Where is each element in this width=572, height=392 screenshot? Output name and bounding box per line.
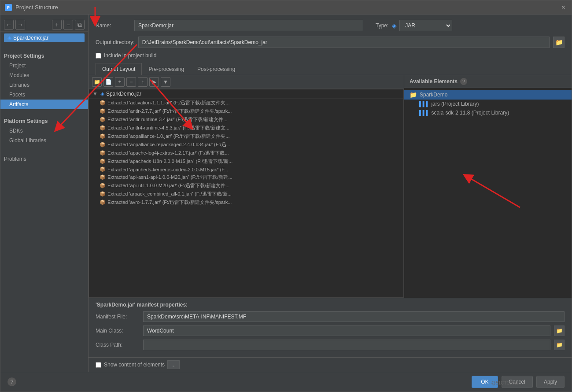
sidebar-item-artifacts[interactable]: Artifacts	[0, 100, 88, 109]
apply-button[interactable]: Apply	[536, 376, 565, 388]
jar-file-icon: 📦	[100, 200, 106, 205]
artifact-name: SparkDemo:jar	[13, 35, 48, 41]
close-button[interactable]: ×	[560, 4, 567, 11]
show-content-label: Show content of elements	[104, 362, 165, 368]
tree-item-label: Extracted 'antlr4-runtime-4.5.3.jar/' (F…	[107, 125, 229, 131]
tree-item-label: Extracted 'activation-1.1.1.jar/' (F:/迅雷…	[107, 100, 229, 106]
project-settings-header: Project Settings	[0, 49, 88, 61]
output-dir-folder-button[interactable]: 📁	[553, 37, 565, 48]
manifest-main-class-folder-button[interactable]: 📁	[554, 325, 565, 336]
manifest-class-path-label: Class Path:	[96, 342, 140, 348]
selected-artifact-item[interactable]: ◈ SparkDemo:jar	[4, 33, 85, 42]
add-artifact-button[interactable]: +	[52, 20, 62, 30]
manifest-main-class-input[interactable]	[143, 325, 550, 336]
output-dir-row: Output directory: 📁	[89, 35, 572, 50]
sidebar-item-problems[interactable]: Problems	[0, 154, 88, 164]
layout-remove-button[interactable]: −	[126, 77, 136, 87]
show-content-dots-button[interactable]: ...	[167, 360, 180, 369]
project-folder-icon: 📁	[410, 91, 417, 98]
output-layout-panel: 📁 📄 + − ↑ ▶ ▼ ▼ ◈ SparkDemo.jar	[89, 75, 572, 298]
tree-item[interactable]: 📦 Extracted 'antlr4-runtime-4.5.3.jar/' …	[89, 124, 403, 132]
nav-back-button[interactable]: ←	[4, 20, 14, 30]
sidebar-item-global-libraries[interactable]: Global Libraries	[0, 136, 88, 145]
tree-item[interactable]: 📦 Extracted 'antlr-runtime-3.4.jar/' (F:…	[89, 115, 403, 124]
include-build-row: Include in project build	[89, 50, 572, 61]
tree-item[interactable]: 📦 Extracted 'apacheds-i18n-2.0.0-M15.jar…	[89, 157, 403, 166]
sidebar-item-facets[interactable]: Facets	[0, 90, 88, 100]
tree-item[interactable]: 📦 Extracted 'api-asn1-api-1.0.0-M20.jar/…	[89, 173, 403, 181]
tree-item-label: Extracted 'api-util-1.0.0-M20.jar/' (F:/…	[107, 182, 229, 189]
layout-tree[interactable]: ▼ ◈ SparkDemo.jar 📦 Extracted 'activatio…	[89, 89, 404, 298]
tree-item[interactable]: 📦 Extracted 'aopalliance-repackaged-2.4.…	[89, 141, 403, 149]
type-label: Type:	[376, 22, 388, 29]
tree-item[interactable]: 📦 Extracted 'activation-1.1.1.jar/' (F:/…	[89, 99, 403, 107]
avail-root-item[interactable]: 📁 SparkDemo	[404, 90, 572, 100]
output-left-pane: 📁 📄 + − ↑ ▶ ▼ ▼ ◈ SparkDemo.jar	[89, 75, 404, 298]
type-select[interactable]: JAR	[399, 20, 452, 31]
avail-root-label: SparkDemo	[420, 92, 447, 98]
available-elements-help-button[interactable]: ?	[460, 78, 467, 85]
manifest-class-path-folder-button[interactable]: 📁	[554, 340, 565, 350]
jar-file-icon: 📦	[100, 108, 106, 114]
layout-toolbar: 📁 📄 + − ↑ ▶ ▼	[89, 75, 404, 89]
name-row: Name: Type: ◈ JAR	[89, 15, 572, 35]
sidebar-item-modules[interactable]: Modules	[0, 70, 88, 80]
layout-expand-button[interactable]: ▶	[149, 77, 159, 87]
tree-item[interactable]: 📦 Extracted 'aopalliance-1.0.jar/' (F:/迅…	[89, 132, 403, 141]
sidebar-item-sdks[interactable]: SDKs	[0, 126, 88, 136]
layout-collapse-button[interactable]: ▼	[161, 77, 170, 87]
jar-file-icon: 📦	[100, 166, 106, 172]
tree-item[interactable]: 📦 Extracted 'api-util-1.0.0-M20.jar/' (F…	[89, 181, 403, 190]
title-bar: P Project Structure ×	[0, 0, 572, 15]
output-dir-input[interactable]	[138, 37, 550, 48]
jar-file-icon: 📦	[100, 159, 106, 164]
tree-root-jar-icon: ◈	[100, 91, 104, 97]
manifest-file-input[interactable]	[143, 311, 565, 322]
tree-item[interactable]: 📦 Extracted 'apacheds-kerberos-codec-2.0…	[89, 166, 403, 173]
type-select-row: ◈ JAR	[392, 20, 452, 31]
include-build-checkbox[interactable]	[96, 53, 101, 59]
show-content-checkbox[interactable]	[96, 362, 101, 368]
jar-file-icon: 📦	[100, 125, 106, 131]
name-label: Name:	[96, 22, 131, 29]
jar-file-icon: 📦	[100, 117, 106, 122]
layout-add-folder-button[interactable]: 📁	[92, 77, 102, 87]
tree-root-item[interactable]: ▼ ◈ SparkDemo.jar	[89, 89, 403, 99]
bottom-bar: ? OK Cancel Apply	[0, 372, 572, 392]
show-content-row: Show content of elements ...	[89, 357, 572, 372]
tree-item-label: Extracted 'apacheds-i18n-2.0.0-M15.jar/'…	[107, 158, 232, 165]
watermark: @51CTO博客	[491, 380, 519, 386]
copy-artifact-button[interactable]: ⧉	[75, 20, 85, 30]
tab-pre-processing[interactable]: Pre-processing	[142, 63, 191, 75]
tree-item[interactable]: 📦 Extracted 'avro-1.7.7.jar/' (F:/迅雷下载/新…	[89, 198, 403, 207]
tree-item-label: Extracted 'arpack_combined_all-0.1.jar/'…	[107, 191, 232, 197]
sidebar-item-project[interactable]: Project	[0, 61, 88, 70]
lib-bar-icon2: ▐▐▐	[417, 110, 428, 115]
platform-settings-header: Platform Settings	[0, 115, 88, 126]
tab-post-processing[interactable]: Post-processing	[191, 63, 242, 75]
help-button[interactable]: ?	[7, 377, 16, 386]
tree-item[interactable]: 📦 Extracted 'antlr-2.7.7.jar/' (F:/迅雷下载/…	[89, 107, 403, 115]
tree-chevron-icon: ▼	[92, 91, 98, 97]
layout-add-file-button[interactable]: 📄	[103, 77, 113, 87]
sidebar-item-libraries[interactable]: Libraries	[0, 80, 88, 90]
avail-sub-item-scala[interactable]: ▐▐▐ scala-sdk-2.11.8 (Project Library)	[404, 108, 572, 117]
manifest-main-class-row: Main Class: 📁	[96, 325, 565, 336]
tree-item[interactable]: 📦 Extracted 'arpack_combined_all-0.1.jar…	[89, 190, 403, 198]
available-elements-panel: Available Elements ? 📁 SparkDemo ▐▐▐ jar…	[404, 75, 572, 298]
layout-up-button[interactable]: ↑	[138, 77, 148, 87]
tree-item[interactable]: 📦 Extracted 'apache-log4j-extras-1.2.17.…	[89, 149, 403, 157]
manifest-class-path-input[interactable]	[143, 340, 550, 350]
tree-item-label: Extracted 'antlr-runtime-3.4.jar/' (F:/迅…	[107, 116, 228, 123]
layout-add-button[interactable]: +	[115, 77, 125, 87]
jar-file-icon: 📦	[100, 150, 106, 156]
available-elements-title: Available Elements	[410, 78, 458, 85]
tab-output-layout[interactable]: Output Layout	[96, 63, 142, 75]
lib-bar-icon: ▐▐▐	[417, 101, 428, 107]
jar-file-icon: 📦	[100, 100, 106, 106]
name-input[interactable]	[134, 20, 363, 31]
remove-artifact-button[interactable]: −	[63, 20, 73, 30]
tree-item-label: Extracted 'apacheds-kerberos-codec-2.0.0…	[107, 167, 228, 172]
nav-forward-button[interactable]: →	[15, 20, 25, 30]
avail-sub-item-jars[interactable]: ▐▐▐ jars (Project Library)	[404, 100, 572, 108]
